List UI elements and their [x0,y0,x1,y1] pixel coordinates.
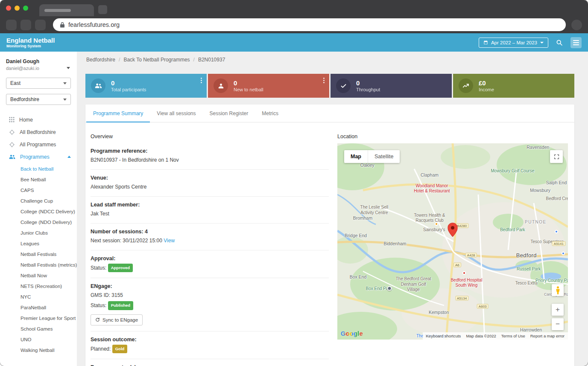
browser-profile-button[interactable] [571,20,582,30]
map-label: Ravensden [527,145,549,150]
zoom-out-button[interactable]: − [552,318,564,330]
sidebar-programme-item[interactable]: Leagues [0,238,77,249]
venue-field: Venue: Alexander Sports Centre [91,170,329,197]
map-type-control: Map Satellite [344,150,400,163]
sidebar-programme-item[interactable]: NYC [0,292,77,302]
google-logo: Google [341,330,363,337]
minimize-button[interactable] [15,6,20,11]
terms-link[interactable]: Terms of Use [501,334,525,338]
field-label: Session outcome: [91,337,329,343]
sidebar-programme-item[interactable]: Junior Clubs [0,228,77,238]
sync-to-engage-button[interactable]: Sync to ENgage [91,314,143,325]
sidebar-item-home[interactable]: Home [0,113,77,126]
sidebar-nav: Home All Bedfordshire All Programmes [0,113,77,356]
stat-value: 0 [111,79,146,87]
chevron-down-icon[interactable] [67,67,70,69]
google-map[interactable]: RavensdenOakleyClaphamMowsbury Golf Cour… [337,143,568,340]
sidebar-programme-item[interactable]: CAPS [0,185,77,196]
map-type-satellite-button[interactable]: Satellite [368,150,400,163]
sidebar-programme-item[interactable]: Netball Festivals (metrics) [0,260,77,270]
url-field[interactable]: fearlessfutures.org [53,18,566,31]
list-menu-button[interactable] [570,37,582,48]
sidebar-programme-item[interactable]: College (NDCC Delivery) [0,206,77,217]
sidebar-item-label: All Bedfordshire [20,129,56,135]
region-select[interactable]: East [6,78,71,89]
field-label: Number of sessions: 4 [91,229,329,235]
area-select[interactable]: Bedfordshire [6,94,71,105]
zoom-in-button[interactable]: + [552,304,564,316]
kebab-menu-icon[interactable] [201,78,202,83]
map-label: PUTNOE [525,220,547,224]
map-label: A5141 [552,241,565,246]
sidebar-programme-item[interactable]: Netball Now [0,270,77,281]
tab-programme-summary[interactable]: Programme Summary [86,105,150,122]
maximize-button[interactable] [23,6,28,11]
stat-label: Total participants [111,87,146,92]
map-label: Bedford [516,252,537,259]
engage-field: ENgage: GMS ID: 3155 Status: Published [91,278,329,331]
breadcrumb-item[interactable]: B2N010937 [198,57,225,63]
map-marker-circle-gray[interactable] [387,286,392,291]
map-label: The Bedford Great Denham Golf Village [395,276,432,293]
window-controls [6,6,28,11]
sidebar-programme-item[interactable]: College (NDO Delivery) [0,217,77,228]
sidebar-item-programmes[interactable]: Programmes [0,151,77,163]
pegman-streetview-button[interactable] [552,284,564,296]
sidebar-programme-item[interactable]: Netball Festivals [0,249,77,260]
approval-field: Approval: Status: Approved [91,250,329,278]
close-button[interactable] [6,6,11,11]
view-session-link[interactable]: View [164,238,175,244]
approved-badge: Approved [108,264,133,272]
forward-button[interactable] [20,20,31,30]
tab-session-register[interactable]: Session Register [203,105,255,122]
back-button[interactable] [6,20,17,30]
chevron-down-icon [63,82,67,84]
user-menu[interactable]: Daniel Gough daniel@azuki.io [0,52,77,71]
keyboard-shortcuts-link[interactable]: Keyboard shortcuts [426,334,461,338]
map-data-text: Map data ©2022 [466,334,496,338]
date-range-button[interactable]: Apr 2022 – Mar 2023 [479,38,548,48]
kebab-menu-icon[interactable] [323,78,325,83]
breadcrumb-item[interactable]: Bedfordshire [86,57,115,63]
map-marker-dot-blue[interactable] [555,230,558,233]
map-marker-dot-red[interactable] [462,271,466,275]
sidebar-programme-item[interactable]: NETS (Recreation) [0,281,77,292]
tab-title-placeholder [44,9,71,12]
map-type-map-button[interactable]: Map [344,150,368,163]
tab-view-all-sessions[interactable]: View all sessions [150,105,202,122]
location-section: Location [337,134,568,366]
sidebar-programme-item[interactable]: School Games [0,324,77,334]
refresh-icon [95,317,100,322]
lead-staff-field: Lead staff member: Jak Test [91,197,329,224]
sidebar-programme-item[interactable]: Challenge Cup [0,196,77,206]
map-marker-pin-red[interactable] [448,223,458,238]
published-badge: Published [108,301,133,310]
map-label: Biddenham [383,241,406,246]
map-marker-dot-orange[interactable] [435,222,438,226]
sidebar-programme-item[interactable]: Premier League for Sport [0,313,77,324]
new-tab-button[interactable] [98,5,107,14]
sidebar-programme-item[interactable]: Back to Netball [0,164,77,174]
tab-metrics[interactable]: Metrics [255,105,285,122]
sidebar-programme-item[interactable]: ParaNetball [0,302,77,313]
map-label: A603 [477,304,489,308]
browser-tab[interactable] [39,4,94,16]
sidebar-programme-item[interactable]: UNO [0,334,77,345]
sidebar-item-all-bedfordshire[interactable]: All Bedfordshire [0,126,77,138]
gold-badge: Gold [112,345,128,353]
field-value: B2N010937 - In Bedfordshire on 1 Nov [91,156,329,164]
breadcrumb-separator: / [193,57,195,63]
sidebar-programme-item[interactable]: Bee Netball [0,174,77,185]
reload-button[interactable] [35,20,46,30]
search-icon[interactable] [556,39,563,46]
sidebar-item-all-programmes[interactable]: All Programmes [0,138,77,151]
lock-icon [60,22,65,28]
breadcrumb-item[interactable]: Back To Netball Programmes [123,57,190,63]
map-marker-dot-blue[interactable] [562,252,565,255]
fullscreen-button[interactable] [550,150,563,163]
sidebar-programme-item[interactable]: Walking Netball [0,345,77,356]
map-label: Tesco Extra [515,280,538,285]
report-error-link[interactable]: Report a map error [530,334,565,338]
map-label: Bedford Hospital South Wing [448,277,485,288]
chevron-down-icon [63,99,67,101]
